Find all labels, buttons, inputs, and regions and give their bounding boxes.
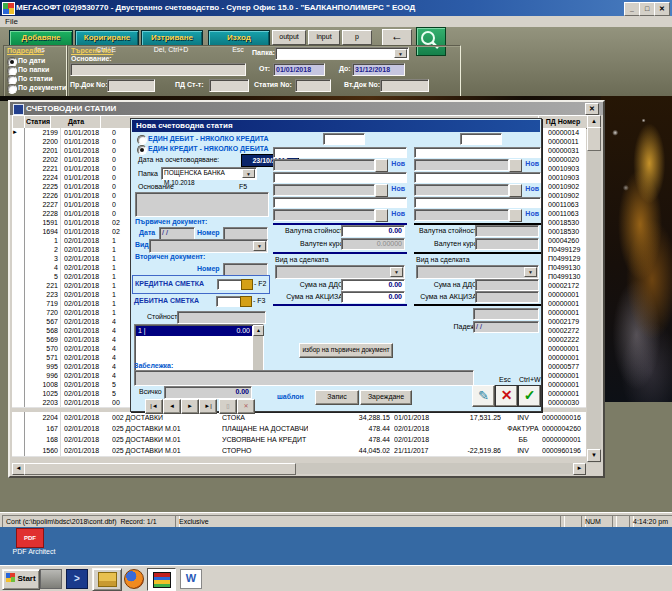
lookup-button[interactable] — [375, 184, 388, 197]
close-button[interactable]: ✕ — [654, 2, 670, 16]
chevron-down-icon[interactable]: ▼ — [524, 267, 537, 277]
nov-label[interactable]: Нов — [525, 210, 539, 217]
back-arrow-button[interactable]: ← — [382, 29, 412, 46]
entries-selected-row[interactable]: 1 | 0.00 — [136, 326, 252, 336]
vertical-scrollbar[interactable]: ▲ ▼ — [587, 115, 601, 463]
sort-label-by-date[interactable]: По дати — [18, 57, 45, 64]
nav-prev-button[interactable]: ◄ — [163, 399, 181, 414]
to-date-input[interactable]: 31/12/2018 — [352, 63, 405, 76]
template-load-button[interactable]: Зареждане — [360, 390, 412, 405]
credit-account-input[interactable] — [217, 279, 243, 290]
input-button[interactable]: input — [308, 30, 340, 45]
one-debit-label[interactable]: ЕДИН ДЕБИТ - НЯКОЛКО КРЕДИТА — [148, 135, 269, 142]
account-name-input[interactable] — [414, 147, 541, 158]
firefox-icon[interactable] — [124, 569, 144, 589]
word-icon[interactable]: W — [180, 569, 202, 589]
header-pd[interactable]: ПД Номер — [538, 115, 588, 129]
pdf-architect-label[interactable]: PDF Architect — [4, 548, 64, 555]
deal-type-select[interactable]: ▼ — [275, 265, 405, 279]
analytic-input[interactable] — [414, 184, 509, 196]
note-textarea[interactable] — [134, 370, 474, 386]
grid-row[interactable]: 156002/01/2018025 ДОСТАВКИ М.01СТОРНО44,… — [12, 445, 586, 457]
account-name-input[interactable] — [414, 197, 541, 208]
chevron-down-icon[interactable]: ▼ — [253, 241, 266, 251]
reason-textarea[interactable] — [135, 192, 269, 217]
scroll-up-icon[interactable]: ▲ — [253, 325, 264, 336]
maximize-button[interactable]: □ — [639, 2, 655, 16]
account-name-input[interactable] — [273, 172, 407, 183]
nav-last-button[interactable]: ►| — [199, 399, 217, 414]
folder-filter-select[interactable]: ▼ — [275, 47, 409, 60]
nov-label[interactable]: Нов — [391, 185, 405, 192]
cancel-button[interactable]: ✕ — [495, 385, 518, 407]
start-button[interactable]: Start — [2, 569, 40, 590]
chevron-down-icon[interactable]: ▼ — [390, 267, 403, 277]
horizontal-scrollbar[interactable]: ◄ ► — [12, 463, 586, 474]
pd-stat-input[interactable] — [209, 79, 249, 92]
lookup-button[interactable] — [375, 209, 388, 222]
account-name-input[interactable] — [273, 147, 407, 158]
grid-titlebar[interactable]: СЧЕТОВОДНИ СТАТИИ ✕ — [10, 102, 603, 115]
sort-label-by-document[interactable]: По документи — [18, 84, 66, 91]
analytic-input[interactable] — [273, 209, 375, 221]
delete-line-button[interactable]: ✕ — [237, 399, 255, 414]
sort-label-by-folder[interactable]: По папки — [18, 66, 49, 73]
one-credit-radio[interactable] — [137, 145, 147, 155]
currency-value-input[interactable]: 0.00 — [341, 225, 405, 237]
account-code-input[interactable] — [323, 133, 365, 145]
device-icon[interactable] — [40, 569, 62, 589]
nav-next-button[interactable]: ► — [181, 399, 199, 414]
debit-account-input[interactable] — [216, 296, 242, 307]
powershell-icon[interactable]: > — [66, 569, 88, 589]
card-file-icon[interactable] — [241, 279, 253, 290]
nav-first-button[interactable]: |◄ — [145, 399, 163, 414]
excise-input[interactable]: 0.00 — [341, 291, 405, 303]
grid-close-button[interactable]: ✕ — [585, 103, 599, 115]
due-input[interactable]: / / — [473, 321, 539, 333]
nov-label[interactable]: Нов — [391, 160, 405, 167]
template-save-button[interactable]: Запис — [315, 390, 359, 405]
nov-label[interactable]: Нов — [525, 160, 539, 167]
lookup-button[interactable] — [509, 184, 522, 197]
deal-type-select[interactable]: ▼ — [416, 265, 539, 279]
total-input[interactable]: 0.00 — [164, 386, 252, 399]
pdf-architect-icon[interactable]: PDF — [16, 528, 44, 548]
chevron-down-icon[interactable]: ▼ — [394, 49, 407, 58]
new-line-button[interactable]: ▯ — [219, 399, 237, 414]
nov-label[interactable]: Нов — [525, 185, 539, 192]
from-date-input[interactable]: 01/01/2018 — [273, 63, 325, 76]
lookup-button[interactable] — [509, 159, 522, 172]
pencil-button[interactable]: ✎ — [472, 385, 495, 407]
vertical-scroll-thumb[interactable] — [587, 127, 601, 151]
active-app-tile[interactable] — [147, 568, 176, 591]
article-no-input[interactable] — [295, 79, 331, 92]
cabinet-tile[interactable] — [92, 568, 122, 591]
prim-doc-input[interactable] — [107, 79, 155, 92]
dialog-folder-select[interactable]: ПОЩЕНСКА БАНКА М.10.2018▼ — [161, 167, 257, 180]
extra-input[interactable] — [473, 308, 539, 320]
account-code-input[interactable] — [460, 133, 502, 145]
vat-input[interactable] — [475, 279, 539, 291]
analytic-input[interactable] — [414, 159, 509, 171]
header-statia[interactable]: Статия — [24, 115, 52, 129]
account-name-input[interactable] — [414, 172, 541, 183]
sort-label-by-article[interactable]: По статии — [18, 75, 53, 82]
horizontal-scroll-thumb[interactable] — [24, 463, 296, 475]
chevron-down-icon[interactable]: ▼ — [242, 169, 255, 178]
value-input[interactable] — [177, 311, 266, 324]
lookup-button[interactable] — [509, 209, 522, 222]
analytic-input[interactable] — [414, 209, 509, 221]
file-menu[interactable]: File — [5, 16, 18, 27]
confirm-button[interactable]: ✓ — [518, 385, 541, 407]
currency-rate-input[interactable]: 0.00000 — [341, 238, 405, 250]
dialog-titlebar[interactable]: Нова счетоводна статия — [132, 120, 540, 132]
output-button[interactable]: output — [272, 30, 306, 45]
minimize-button[interactable]: _ — [624, 2, 640, 16]
one-debit-radio[interactable] — [137, 135, 147, 145]
pick-primary-doc-button[interactable]: избор на първичен документ — [299, 343, 393, 358]
scroll-down-icon[interactable]: ▼ — [587, 449, 601, 462]
doc-type-select[interactable]: ▼ — [149, 239, 268, 253]
nov-label[interactable]: Нов — [391, 210, 405, 217]
lookup-button[interactable] — [375, 159, 388, 172]
p-button[interactable]: p — [342, 30, 372, 45]
